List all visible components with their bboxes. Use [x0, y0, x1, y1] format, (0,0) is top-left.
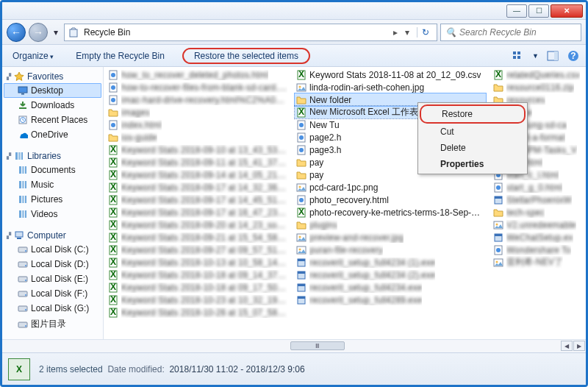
minimize-button[interactable]: — [506, 4, 527, 18]
nav-item[interactable]: Videos [4, 207, 101, 221]
file-item[interactable]: ios-guide [107, 131, 289, 143]
file-item[interactable]: XKeyword Stats 2018-09-11 at 15_41_37.cs… [107, 156, 289, 168]
file-item[interactable]: 雷利希-NEV了 [492, 256, 583, 269]
html-icon [493, 245, 503, 255]
nav-item[interactable]: 图片目录 [4, 316, 101, 333]
img-icon [296, 245, 306, 255]
file-item[interactable]: recoverit_setup_full4234 (1).exe [295, 256, 486, 269]
file-item[interactable]: tech-spec [492, 206, 583, 219]
file-item[interactable]: Wondershare To [492, 244, 583, 256]
file-item[interactable]: index.html [107, 118, 289, 131]
nav-history-dropdown[interactable]: ▾ [51, 27, 61, 38]
empty-recycle-bin-button[interactable]: Empty the Recycle Bin [71, 49, 169, 63]
img-icon [493, 220, 503, 230]
nav-item[interactable]: Downloads [4, 98, 101, 113]
nav-item-icon [18, 85, 28, 96]
nav-item[interactable]: Music [4, 177, 101, 192]
context-delete[interactable]: Delete [420, 140, 526, 156]
file-list[interactable]: how_to_recover_deleted_photos.htmlhow-to… [104, 67, 586, 339]
nav-item[interactable]: Recent Places [4, 113, 101, 127]
file-item[interactable]: imac-hard-drive-recovery.html%C2%A0%C2%A… [107, 93, 289, 106]
nav-back-button[interactable]: ← [7, 23, 26, 42]
html-icon [108, 120, 118, 130]
nav-item[interactable]: Local Disk (G:) [4, 301, 101, 316]
file-item[interactable]: linda-rodin-ari-seth-cohen.jpg [295, 81, 486, 93]
maximize-button[interactable]: ☐ [528, 4, 549, 18]
nav-item[interactable]: Local Disk (F:) [4, 286, 101, 301]
file-item[interactable]: photo_recovery.html [295, 194, 486, 206]
nav-header-computer[interactable]: ▞Computer [4, 229, 101, 242]
file-item[interactable]: start_g_0.html [492, 181, 583, 194]
refresh-button[interactable]: ↻ [417, 27, 434, 38]
nav-item[interactable]: OneDrive [4, 127, 101, 142]
scroll-right-button[interactable]: ▶ [573, 341, 585, 351]
svg-rect-111 [298, 297, 305, 299]
file-item[interactable]: XKeyword Stats 2018-09-17 at 14_32_36.cs… [107, 181, 289, 194]
computer-icon [14, 230, 24, 241]
context-cut[interactable]: Cut [420, 124, 526, 140]
help-button[interactable]: ? [567, 49, 580, 63]
file-item[interactable]: StellarPhoenixW [492, 194, 583, 206]
file-item[interactable]: recoverit_setup_full4234 (2).exe [295, 269, 486, 281]
nav-item[interactable]: Local Disk (E:) [4, 271, 101, 286]
nav-item[interactable]: Documents [4, 163, 101, 177]
file-item[interactable]: XKeyword Stats 2018-10-18 at 09_17_50.cs… [107, 281, 289, 294]
nav-header-favorites[interactable]: ▞Favorites [4, 70, 101, 83]
file-item[interactable]: XKeyword Stats 2018-09-17 at 16_47_23.cs… [107, 206, 289, 219]
scrollbar-thumb[interactable]: Ⅲ [290, 341, 345, 350]
nav-item-label: Local Disk (F:) [31, 288, 87, 299]
scroll-left-button[interactable]: ◀ [561, 341, 573, 351]
file-item[interactable]: images [107, 106, 289, 118]
file-item[interactable]: how-to-recover-files-from-blank-sd-card.… [107, 81, 289, 93]
preview-pane-button[interactable] [546, 49, 559, 63]
file-item[interactable]: XKeyword Stats 2018-10-23 at 10_32_19.cs… [107, 294, 289, 306]
breadcrumb-chevron-icon[interactable]: ▸ [393, 27, 398, 38]
horizontal-scrollbar[interactable]: Ⅲ ◀ ▶ [2, 339, 586, 352]
file-item[interactable]: Xphoto-recovery-ke-metrics-terms-18-Sep-… [295, 206, 486, 219]
nav-item[interactable]: Local Disk (C:) [4, 242, 101, 257]
nav-header-libraries[interactable]: ▞Libraries [4, 149, 101, 163]
file-item[interactable]: plugins [295, 219, 486, 231]
file-item[interactable]: preview-and-recover.jpg [295, 231, 486, 244]
file-item[interactable]: XKeyword Stats 2018-09-14 at 14_05_21.cs… [107, 168, 289, 181]
svg-point-40 [25, 309, 26, 310]
file-item[interactable]: XKeyword Stats 2018-11-08 at 20_12_09.cs… [295, 68, 486, 81]
svg-rect-9 [18, 87, 27, 93]
file-item[interactable]: XKeyword Stats 2018-09-27 at 09_57_51.cs… [107, 244, 289, 256]
file-item[interactable]: XKeyword Stats 2018-09-10 at 13_43_53.cs… [107, 143, 289, 156]
html-icon [296, 132, 306, 143]
search-box[interactable]: 🔍 Search Recycle Bin [440, 24, 581, 41]
file-item[interactable]: recoverit_setup_full4234.exe [295, 281, 486, 294]
file-item[interactable]: XKeyword Stats 2018-09-21 at 15_54_58.cs… [107, 231, 289, 244]
file-item[interactable]: pcd-card-1pc.png [295, 181, 486, 194]
file-item[interactable]: WeChatSetup.ex [492, 231, 583, 244]
file-item[interactable]: XKeyword Stats 2018-09-20 at 14_23_somet… [107, 219, 289, 231]
nav-item-label: Local Disk (G:) [31, 303, 89, 313]
file-item[interactable]: XKeyword Stats 2018-10-13 at 10_58_14.cs… [107, 256, 289, 269]
navigation-pane[interactable]: ▞FavoritesDesktopDownloadsRecent PlacesO… [2, 67, 104, 339]
file-item[interactable]: how_to_recover_deleted_photos.html [107, 68, 289, 81]
file-item[interactable]: recoverit_setup_full4289.exe [295, 294, 486, 306]
file-item[interactable]: XKeyword Stats 2018-09-17 at 14_45_51.cs… [107, 194, 289, 206]
address-bar[interactable]: Recycle Bin ▸ ▾ ↻ [64, 24, 437, 41]
nav-forward-button[interactable]: → [29, 23, 48, 42]
restore-selected-button[interactable]: Restore the selected items [182, 48, 310, 64]
nav-item[interactable]: Desktop [4, 83, 101, 98]
xls-icon: X [108, 245, 118, 255]
context-restore[interactable]: Restore [420, 104, 526, 124]
nav-item[interactable]: Pictures [4, 192, 101, 207]
nav-item-icon [18, 194, 28, 205]
file-item[interactable]: V2.unredeemable [492, 219, 583, 231]
file-item[interactable]: XKeyword Stats 2018-10-18 at 09_14_37.cs… [107, 269, 289, 281]
organize-menu[interactable]: Organize [8, 49, 58, 63]
file-item[interactable]: XrelatedQueries.csv [492, 68, 583, 81]
close-button[interactable]: ✕ [551, 4, 583, 18]
nav-item[interactable]: Local Disk (D:) [4, 257, 101, 271]
view-dropdown-icon[interactable]: ▼ [532, 52, 539, 60]
address-dropdown[interactable]: ▾ [402, 27, 412, 38]
context-properties[interactable]: Properties [420, 156, 526, 172]
file-item[interactable]: resource0116.zip [492, 81, 583, 93]
view-options-button[interactable] [512, 49, 525, 63]
file-item[interactable]: puran-file-recovery [295, 244, 486, 256]
file-item[interactable]: XKeyword Stats 2018-10-26 at 15_07_58.cs… [107, 306, 289, 319]
